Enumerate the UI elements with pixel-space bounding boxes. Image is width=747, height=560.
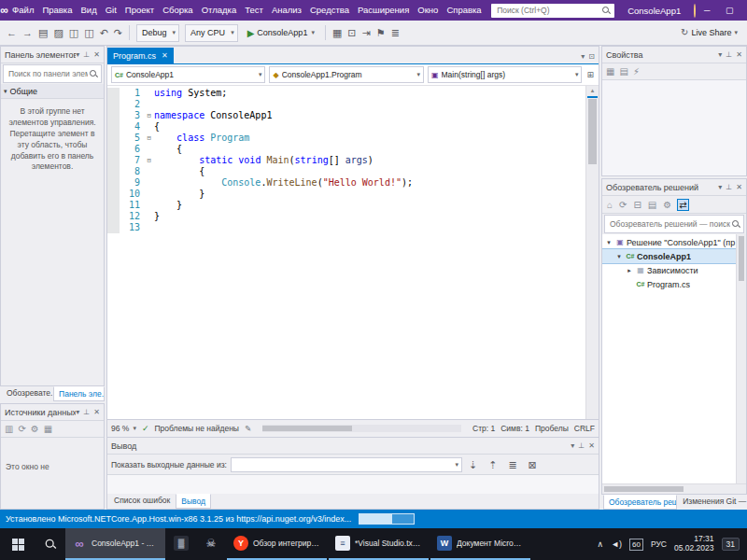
problems-status[interactable]: Проблемы не найдены bbox=[154, 424, 239, 433]
pin-icon[interactable]: ⊥ bbox=[83, 50, 90, 59]
quick-launch-input[interactable] bbox=[495, 5, 602, 16]
refresh-icon[interactable]: ⟳ bbox=[18, 424, 25, 434]
notification-center-button[interactable]: 31 bbox=[722, 538, 740, 551]
start-debugging-button[interactable]: ▶ ConsoleApp1 ▾ bbox=[244, 24, 318, 41]
menu-item[interactable]: Сборка bbox=[159, 0, 198, 21]
expanded-icon[interactable]: ▾ bbox=[604, 239, 613, 246]
toolbox-group-header[interactable]: ▾ Общие bbox=[1, 84, 104, 99]
code-line[interactable]: 8 { bbox=[107, 166, 586, 177]
breakpoint-margin[interactable] bbox=[107, 88, 120, 99]
document-tab-program-cs[interactable]: Program.cs ✕ bbox=[107, 48, 174, 63]
collapse-all-icon[interactable]: ⊟ bbox=[632, 200, 641, 210]
pin-icon[interactable]: ⊥ bbox=[726, 183, 732, 191]
comment-icon[interactable]: ≣ bbox=[388, 27, 402, 38]
scrollbar-thumb[interactable] bbox=[588, 99, 597, 164]
taskbar-item[interactable]: ≡*Visual Studio.txt - ... bbox=[329, 528, 429, 560]
code-line[interactable]: 9 Console.WriteLine("Hello World!"); bbox=[107, 177, 586, 189]
nav-backward-icon[interactable]: ← bbox=[4, 27, 20, 38]
breakpoint-margin[interactable] bbox=[107, 211, 120, 222]
scroll-up-icon[interactable]: ▴ bbox=[586, 86, 599, 95]
goto-previous-icon[interactable]: ⇡ bbox=[486, 454, 500, 476]
menu-item[interactable]: Тест bbox=[241, 0, 268, 21]
menu-item[interactable]: Git bbox=[101, 0, 120, 21]
chevron-down-icon[interactable]: ▾ bbox=[571, 441, 574, 450]
code-line[interactable]: 11 } bbox=[107, 200, 586, 211]
breakpoint-margin[interactable] bbox=[107, 121, 120, 133]
breakpoint-margin[interactable] bbox=[107, 177, 120, 189]
scrollbar-thumb[interactable] bbox=[262, 426, 352, 431]
code-line[interactable]: 2 bbox=[107, 99, 586, 110]
dock-tab[interactable]: Изменения Git — п... bbox=[678, 495, 747, 510]
collapsed-icon[interactable]: ▸ bbox=[625, 267, 634, 274]
pin-icon[interactable]: ⊥ bbox=[83, 408, 90, 416]
solution-explorer-horizontal-scrollbar[interactable] bbox=[602, 483, 746, 494]
redo-icon[interactable]: ↷ bbox=[111, 27, 125, 38]
taskbar-item[interactable]: ▓ bbox=[167, 528, 195, 560]
solution-search-input[interactable] bbox=[608, 218, 732, 230]
minimize-button[interactable]: ─ bbox=[696, 0, 718, 21]
close-icon[interactable]: ✕ bbox=[736, 183, 742, 191]
dock-tab[interactable]: Панель эле... bbox=[53, 386, 105, 401]
pencil-icon[interactable]: ✎ bbox=[245, 424, 251, 433]
spaces-indicator[interactable]: Пробелы bbox=[535, 424, 569, 433]
toolbox-search[interactable] bbox=[3, 64, 102, 83]
dock-tab[interactable]: Обозревате... bbox=[2, 386, 52, 401]
quick-launch-search[interactable] bbox=[491, 4, 614, 18]
tree-item[interactable]: ▾C#ConsoleApp1 bbox=[602, 249, 746, 263]
breakpoint-margin[interactable] bbox=[107, 144, 120, 155]
close-icon[interactable]: ✕ bbox=[93, 408, 100, 416]
code-editor[interactable]: 1using System;23⊟namespace ConsoleApp14{… bbox=[107, 86, 599, 419]
breakpoint-margin[interactable] bbox=[107, 133, 120, 144]
live-share-button[interactable]: ↻ Live Share ▾ bbox=[678, 21, 743, 44]
properties-title-bar[interactable]: Свойства ▾⊥✕ bbox=[602, 47, 746, 63]
save-icon[interactable]: ◫ bbox=[66, 27, 81, 38]
breakpoint-margin[interactable] bbox=[107, 189, 120, 200]
line-ending-indicator[interactable]: CRLF bbox=[574, 424, 595, 433]
taskbar-search-button[interactable] bbox=[35, 528, 65, 560]
platform-dropdown[interactable]: Any CPU▾ bbox=[185, 24, 238, 42]
code-line[interactable]: 4{ bbox=[107, 121, 586, 133]
nav-dropdown[interactable]: C#ConsoleApp1▾ bbox=[111, 66, 265, 83]
pin-icon[interactable]: ⊥ bbox=[578, 441, 585, 450]
solution-explorer-search[interactable] bbox=[604, 215, 744, 233]
output-title-bar[interactable]: Вывод ▾⊥✕ bbox=[107, 438, 599, 455]
menu-item[interactable]: Отладка bbox=[197, 0, 241, 21]
sync-active-document-icon[interactable]: ⇄ bbox=[677, 199, 688, 211]
menu-item[interactable]: Окно bbox=[414, 0, 443, 21]
navbar-extra-icon[interactable]: ⊞ bbox=[584, 70, 597, 79]
menu-item[interactable]: Файл bbox=[8, 0, 38, 21]
tree-item[interactable]: ▾▣Решение "ConsoleApp1" (проекты: 1 из 1… bbox=[602, 235, 746, 249]
open-file-icon[interactable]: ▨ bbox=[50, 27, 65, 38]
menu-item[interactable]: Расширения bbox=[354, 0, 414, 21]
breakpoint-margin[interactable] bbox=[107, 222, 120, 233]
dock-tab[interactable]: Список ошибок bbox=[109, 494, 175, 509]
code-line[interactable]: 12} bbox=[107, 211, 586, 222]
active-files-dropdown-icon[interactable]: ▾ bbox=[581, 52, 585, 61]
code-line[interactable]: 1using System; bbox=[107, 88, 586, 99]
language-indicator[interactable]: РУС bbox=[651, 539, 667, 549]
new-file-icon[interactable]: ▤ bbox=[35, 27, 50, 38]
add-data-source-icon[interactable]: ▥ bbox=[5, 424, 13, 434]
show-all-files-icon[interactable]: ▤ bbox=[647, 200, 657, 210]
fold-collapse-icon[interactable]: ⊟ bbox=[144, 133, 154, 144]
taskbar-item[interactable]: WДокумент Microso... bbox=[430, 528, 530, 560]
configure-icon[interactable]: ▦ bbox=[44, 424, 52, 434]
code-line[interactable]: 5⊟ class Program bbox=[107, 133, 586, 144]
undo-icon[interactable]: ↶ bbox=[97, 27, 111, 38]
code-line[interactable]: 6 { bbox=[107, 144, 586, 155]
close-icon[interactable]: ✕ bbox=[736, 50, 742, 59]
toolbox-title-bar[interactable]: Панель элементов ▾⊥✕ bbox=[1, 47, 104, 63]
code-line[interactable]: 3⊟namespace ConsoleApp1 bbox=[107, 110, 586, 121]
breakpoint-margin[interactable] bbox=[107, 99, 120, 110]
dock-tab[interactable]: Вывод bbox=[176, 494, 211, 509]
indent-icon[interactable]: ⇥ bbox=[359, 27, 374, 38]
bookmark-icon[interactable]: ⚑ bbox=[374, 27, 388, 38]
properties-grid[interactable] bbox=[602, 80, 746, 175]
close-button[interactable]: ✕ bbox=[740, 0, 747, 21]
categorized-icon[interactable]: ▦ bbox=[606, 66, 614, 77]
editor-horizontal-scrollbar[interactable] bbox=[262, 425, 461, 432]
volume-icon[interactable]: ◄) bbox=[611, 539, 622, 549]
close-icon[interactable]: ✕ bbox=[93, 50, 100, 59]
edit-icon[interactable]: ⚙ bbox=[31, 424, 39, 434]
zoom-level-dropdown[interactable]: 96 %▾ bbox=[111, 424, 136, 433]
